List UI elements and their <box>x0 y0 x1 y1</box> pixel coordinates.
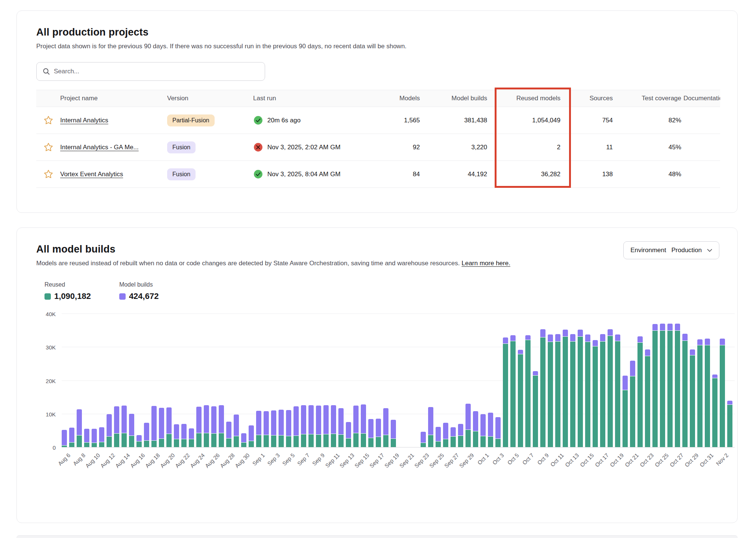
environment-select[interactable]: Environment Production <box>623 241 719 259</box>
builds-card-title: All model builds <box>36 244 510 255</box>
stacked-bar <box>346 422 351 447</box>
stacked-bar <box>458 424 463 447</box>
stacked-bar <box>84 429 89 447</box>
x-axis-tick-label: Oct 31 <box>698 452 714 468</box>
project-name-link[interactable]: Internal Analytics <box>60 117 108 124</box>
search-input[interactable] <box>54 68 259 75</box>
stacked-bar <box>682 334 688 447</box>
reused-segment <box>458 436 463 447</box>
stacked-bar <box>518 350 523 447</box>
model-builds-value: 381,438 <box>429 117 496 124</box>
stacked-bar <box>338 408 344 447</box>
favorite-star-icon[interactable] <box>43 142 53 152</box>
model-builds-segment <box>727 401 732 405</box>
stacked-bar <box>660 324 665 447</box>
projects-card-title: All production projects <box>36 27 719 38</box>
stacked-bar <box>675 324 680 447</box>
x-axis-tick-label: Aug 26 <box>204 452 221 469</box>
project-name-link[interactable]: Internal Analytics - GA Me... <box>60 144 139 151</box>
model-builds-segment <box>353 406 359 433</box>
model-builds-segment <box>630 361 635 376</box>
header-version: Version <box>167 95 253 102</box>
reused-segment <box>264 435 269 447</box>
version-badge: Fusion <box>167 168 196 180</box>
stacked-bar <box>107 414 112 447</box>
x-axis-tick-label: Aug 6 <box>56 452 71 467</box>
favorite-star-icon[interactable] <box>43 115 53 125</box>
reused-segment <box>316 435 321 447</box>
stacked-bar-chart: 010K20K30K40K Aug 6Aug 8Aug 10Aug 12Aug … <box>62 314 735 484</box>
model-builds-segment <box>92 429 97 443</box>
model-builds-segment <box>637 336 643 343</box>
stacked-bar <box>645 349 650 447</box>
learn-more-link[interactable]: Learn more here. <box>461 260 510 267</box>
stacked-bar <box>690 349 695 447</box>
reused-segment <box>346 438 351 447</box>
model-builds-segment <box>234 415 239 437</box>
stacked-bar <box>436 427 441 447</box>
x-axis-tick-label: Oct 23 <box>639 452 655 468</box>
x-axis-tick-label: Aug 24 <box>189 452 206 469</box>
reused-segment <box>331 434 336 447</box>
reused-segment <box>697 345 703 447</box>
model-builds-segment <box>495 417 501 439</box>
reused-models-value: 2 <box>496 144 569 151</box>
stacked-bar <box>548 334 553 447</box>
stacked-bar <box>495 417 501 447</box>
reused-segment <box>548 342 553 447</box>
reused-segment <box>62 446 67 447</box>
reused-segment <box>211 434 216 447</box>
model-builds-segment <box>533 371 538 376</box>
stacked-bar <box>608 329 613 447</box>
reused-segment <box>84 443 89 447</box>
project-name-link[interactable]: Vortex Event Analytics <box>60 171 123 178</box>
stacked-bar <box>92 429 97 447</box>
stacked-bar <box>615 334 620 447</box>
model-builds-segment <box>488 413 493 437</box>
reused-segment <box>720 345 725 447</box>
environment-value: Production <box>672 247 702 254</box>
search-box[interactable] <box>36 62 265 81</box>
model-builds-segment <box>166 407 172 434</box>
stacked-bar <box>368 419 374 447</box>
reused-segment <box>294 436 299 447</box>
reused-segment <box>585 342 590 447</box>
reused-segment <box>690 355 695 447</box>
model-builds-segment <box>331 405 336 434</box>
table-row[interactable]: Vortex Event Analytics Fusion Nov 3, 202… <box>36 161 720 188</box>
reused-segment <box>338 435 344 447</box>
stacked-bar <box>204 405 209 447</box>
reused-segment <box>174 439 179 447</box>
stacked-bar <box>570 334 575 447</box>
model-builds-segment <box>107 414 112 437</box>
model-builds-segment <box>308 405 314 434</box>
reused-segment <box>563 337 568 447</box>
model-builds-value: 44,192 <box>429 171 496 178</box>
reused-segment <box>219 433 224 447</box>
stacked-bar <box>630 361 635 447</box>
stacked-bar <box>600 334 605 447</box>
favorite-star-icon[interactable] <box>43 169 53 179</box>
stacked-bar <box>174 424 179 447</box>
stacked-bar <box>720 339 725 447</box>
test-coverage-value: 45% <box>622 144 683 151</box>
x-axis-tick-label: Oct 27 <box>669 452 685 468</box>
reused-segment <box>226 438 231 447</box>
model-builds-segment <box>652 324 658 331</box>
header-sources: Sources <box>569 95 622 102</box>
model-builds-segment <box>219 405 224 434</box>
stacked-bar <box>510 335 516 447</box>
model-builds-card: All model builds Models are reused inste… <box>16 227 738 523</box>
model-builds-segment <box>510 335 516 341</box>
model-builds-segment <box>383 408 388 435</box>
table-row[interactable]: Internal Analytics - GA Me... Fusion Nov… <box>36 134 720 161</box>
model-builds-segment <box>69 428 74 443</box>
header-project-name: Project name <box>60 95 167 102</box>
model-builds-segment <box>563 330 568 337</box>
stacked-bar <box>99 427 104 447</box>
sources-value: 11 <box>569 144 622 151</box>
reused-segment <box>308 434 314 447</box>
table-row[interactable]: Internal Analytics Partial-Fusion 20m 6s… <box>36 107 720 134</box>
model-builds-segment <box>473 411 478 431</box>
x-axis-tick-label: Oct 29 <box>683 452 700 468</box>
